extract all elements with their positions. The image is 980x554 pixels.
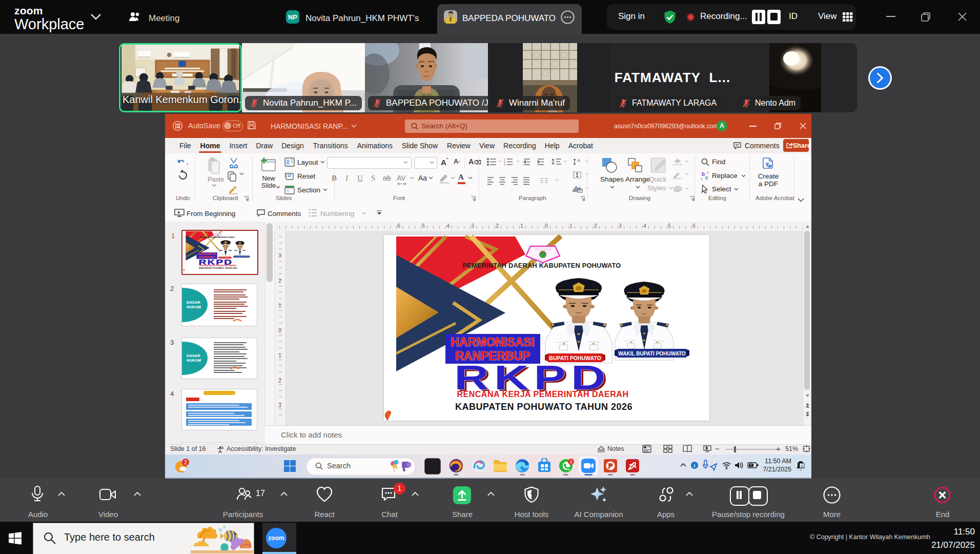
svg-text:DASAR: DASAR (187, 353, 200, 358)
svg-text:PEMERINTAH DAERAH KABUPATEN PO: PEMERINTAH DAERAH KABUPATEN POHUWATO (463, 262, 621, 269)
svg-text:3: 3 (504, 163, 505, 166)
svg-text:RENCANA KERJA PEMERINTAH DAERA: RENCANA KERJA PEMERINTAH DAERAH (457, 390, 629, 399)
svg-text:2: 2 (184, 460, 187, 465)
svg-text:DASAR: DASAR (187, 300, 200, 305)
svg-text:WAKIL BUPATI POHUWATO: WAKIL BUPATI POHUWATO (618, 351, 686, 357)
svg-text:KABUPATEN POHUWATO TAHUN 2026: KABUPATEN POHUWATO TAHUN 2026 (455, 402, 632, 412)
svg-text:z: z (801, 463, 803, 468)
svg-text:P: P (176, 124, 179, 129)
svg-text:i: i (694, 463, 696, 468)
svg-text:HARMONISASI: HARMONISASI (451, 335, 535, 349)
svg-text:HUKUM: HUKUM (187, 305, 201, 309)
svg-text:HUKUM: HUKUM (187, 358, 201, 363)
svg-text:b: b (702, 171, 705, 177)
svg-text:2: 2 (570, 459, 573, 464)
svg-text:c: c (705, 175, 708, 181)
svg-text:A: A (577, 158, 580, 163)
